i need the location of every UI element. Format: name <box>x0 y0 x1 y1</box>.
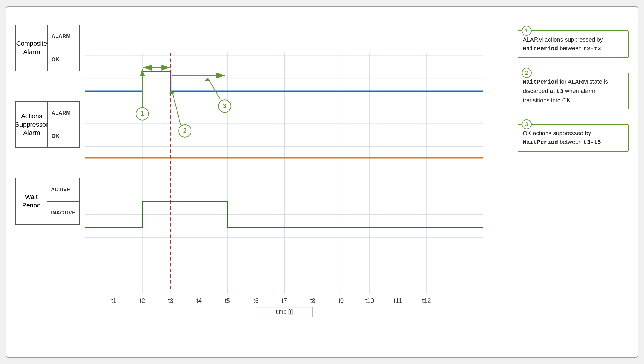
composite-alarm-state-ok: OK <box>48 48 79 71</box>
time-t10: t10 <box>365 297 374 304</box>
annotation-box-1: 1 ALARM actions suppressed by WaitPeriod… <box>518 30 629 58</box>
time-t11: t11 <box>394 297 402 304</box>
annotation-text-3: OK actions suppressed by WaitPeriod betw… <box>523 130 601 145</box>
composite-alarm-state-alarm: ALARM <box>48 25 79 48</box>
composite-alarm-states: ALARM OK <box>48 25 79 71</box>
arrow-circle2-to-line <box>172 90 181 125</box>
arrow-circle3-to-arrow <box>208 78 220 100</box>
wait-period-label: Wait Period ACTIVE INACTIVE <box>15 178 80 225</box>
annotation-number-2: 2 <box>522 68 532 78</box>
circle-3-label: 3 <box>223 102 227 109</box>
chart-svg: 1 2 <box>85 19 512 345</box>
time-t6: t6 <box>253 297 258 304</box>
time-t2: t2 <box>140 297 145 304</box>
wait-period-state-active: ACTIVE <box>47 178 79 202</box>
suppressor-alarm-box: Actions Suppressor Alarm ALARM OK <box>15 101 80 148</box>
annotation-number-1: 1 <box>522 26 532 36</box>
time-t4: t4 <box>196 297 202 304</box>
chart-area: 1 2 <box>85 19 512 345</box>
circle-1-label: 1 <box>141 110 144 117</box>
time-t9: t9 <box>339 297 344 304</box>
annotation-box-3: 3 OK actions suppressed by WaitPeriod be… <box>518 124 629 152</box>
time-unit-label: time [t] <box>276 308 293 315</box>
annotation-text-1: ALARM actions suppressed by WaitPeriod b… <box>523 36 603 51</box>
suppressor-alarm-state-ok: OK <box>48 125 79 148</box>
circle-2-label: 2 <box>183 127 187 134</box>
time-t1: t1 <box>111 297 117 304</box>
composite-alarm-box: Composite Alarm ALARM OK <box>15 25 80 71</box>
composite-alarm-label: Composite Alarm ALARM OK <box>15 25 80 72</box>
wait-period-name: Wait Period <box>16 178 47 224</box>
time-t7: t7 <box>282 297 287 304</box>
suppressor-alarm-label: Actions Suppressor Alarm ALARM OK <box>15 101 80 149</box>
suppressor-alarm-name: Actions Suppressor Alarm <box>16 102 48 147</box>
time-t12: t12 <box>422 297 431 304</box>
time-t5: t5 <box>225 297 230 304</box>
suppressor-alarm-state-alarm: ALARM <box>48 102 79 125</box>
annotation-text-2: WaitPeriod for ALARM state is discarded … <box>523 78 608 104</box>
composite-alarm-name: Composite Alarm <box>16 25 48 71</box>
diagram-container: Composite Alarm ALARM OK Actions Suppres… <box>6 6 638 358</box>
annotation-number-3: 3 <box>522 119 532 129</box>
wait-period-state-inactive: INACTIVE <box>47 202 79 224</box>
annotation-box-2: 2 WaitPeriod for ALARM state is discarde… <box>518 73 629 109</box>
time-t8: t8 <box>310 297 316 304</box>
time-t3: t3 <box>168 297 173 304</box>
right-annotations: 1 ALARM actions suppressed by WaitPeriod… <box>518 19 629 345</box>
wait-period-box: Wait Period ACTIVE INACTIVE <box>15 178 80 225</box>
suppressor-alarm-states: ALARM OK <box>48 102 79 147</box>
wait-period-states: ACTIVE INACTIVE <box>47 178 79 224</box>
left-labels: Composite Alarm ALARM OK Actions Suppres… <box>15 19 80 345</box>
